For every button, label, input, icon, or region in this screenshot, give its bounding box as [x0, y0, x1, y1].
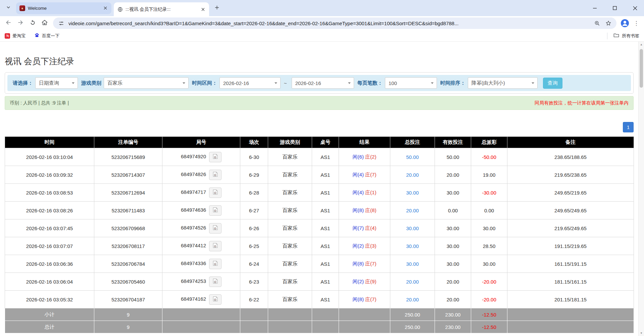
- table-footer-row: 总计 9 250.00 230.00 -12.50: [5, 321, 634, 333]
- round-number: 684974826: [181, 171, 206, 177]
- back-button[interactable]: [3, 17, 14, 29]
- forward-button[interactable]: [15, 17, 26, 29]
- page-size-value: 100: [389, 80, 397, 86]
- result-banker: 庄(7): [365, 172, 376, 177]
- taobao-icon: 淘: [5, 33, 10, 39]
- round-number: 684974412: [181, 243, 206, 248]
- cell-time: 2026-02-16 03:08:26: [5, 202, 94, 219]
- total-bet-link[interactable]: 30.00: [406, 261, 419, 267]
- bookmark-baidu[interactable]: 百度一下: [34, 33, 59, 39]
- footer-count: 9: [94, 321, 162, 333]
- close-icon[interactable]: [200, 6, 206, 12]
- column-header: 总投注: [390, 137, 435, 148]
- new-tab-button[interactable]: [212, 3, 222, 13]
- column-header: 备注: [507, 137, 634, 148]
- total-bet-link[interactable]: 30.00: [406, 190, 419, 196]
- column-header: 桌号: [312, 137, 339, 148]
- cell-session: 6-30: [240, 148, 268, 166]
- browser-tab-strip: ♠ Welcome :::视讯 会员下注纪录:::: [0, 0, 644, 16]
- cell-valid-bet: 20.00: [435, 291, 471, 308]
- vertical-scrollbar[interactable]: ▲ ▼: [638, 42, 644, 336]
- cell-time: 2026-02-16 03:07:07: [5, 237, 94, 255]
- total-bet-link[interactable]: 20.00: [406, 279, 419, 285]
- scroll-down-icon[interactable]: ▼: [639, 332, 644, 335]
- cell-table-no: AS1: [312, 273, 339, 291]
- tab-welcome[interactable]: ♠ Welcome: [16, 2, 111, 14]
- video-replay-button[interactable]: [209, 170, 221, 180]
- kebab-menu-icon[interactable]: ⋮: [631, 17, 641, 29]
- query-mode-select[interactable]: 日期查询: [35, 77, 78, 89]
- film-icon: [212, 171, 219, 178]
- total-bet-link[interactable]: 20.00: [406, 172, 419, 178]
- chevron-down-icon: [6, 5, 11, 11]
- cell-valid-bet: 30.00: [435, 219, 471, 237]
- tab-bet-records[interactable]: :::视讯 会员下注纪录:::: [114, 2, 209, 16]
- scrollbar-thumb[interactable]: [640, 49, 643, 88]
- cell-remark: 161.15/191.15: [507, 255, 634, 273]
- video-replay-button[interactable]: [209, 294, 221, 305]
- video-replay-button[interactable]: [209, 152, 221, 162]
- video-replay-button[interactable]: [209, 223, 221, 234]
- cell-session: 6-29: [240, 166, 268, 184]
- cell-payout: -50.00: [471, 148, 507, 166]
- close-window-button[interactable]: [631, 4, 639, 12]
- cell-session: 6-25: [240, 237, 268, 255]
- video-replay-button[interactable]: [209, 187, 221, 198]
- minimize-button[interactable]: [590, 4, 599, 12]
- cell-bet-id: 523206705460: [94, 273, 162, 291]
- cell-table-no: AS1: [312, 148, 339, 166]
- close-icon[interactable]: [102, 5, 108, 11]
- total-bet-link[interactable]: 30.00: [406, 225, 419, 231]
- page-title: 视讯 会员下注纪录: [5, 56, 634, 67]
- total-bet-link[interactable]: 20.00: [406, 208, 419, 213]
- cell-round: 684974636: [162, 202, 240, 219]
- total-bet-link[interactable]: 20.00: [406, 297, 419, 302]
- game-category-select[interactable]: 百家乐: [104, 77, 189, 89]
- result-player: 闲(8): [353, 296, 364, 302]
- zoom-icon[interactable]: [593, 19, 601, 27]
- home-button[interactable]: [39, 17, 50, 29]
- result-banker: 庄(4): [365, 225, 376, 231]
- cell-total-bet: 30.00: [390, 237, 435, 255]
- bookmark-aitaobao[interactable]: 淘 爱淘宝: [5, 33, 26, 39]
- url-text[interactable]: videoie.com/game/betrecord_search/kind3?…: [68, 20, 590, 26]
- sort-select[interactable]: 降幂(由大到小): [468, 77, 538, 89]
- page-1-button[interactable]: 1: [623, 122, 634, 132]
- cell-bet-id: 523206704187: [94, 291, 162, 308]
- cell-result: 闲(8) 庄(7): [339, 291, 390, 308]
- video-replay-button[interactable]: [209, 241, 221, 251]
- total-bet-link[interactable]: 50.00: [406, 154, 419, 160]
- video-replay-button[interactable]: [209, 259, 221, 269]
- all-bookmarks[interactable]: 所有书签: [607, 33, 639, 39]
- video-replay-button[interactable]: [209, 277, 221, 287]
- cell-bet-id: 523206711483: [94, 202, 162, 219]
- maximize-button[interactable]: [610, 4, 619, 12]
- footer-total-bet: 250.00: [390, 321, 435, 333]
- column-header: 总派彩: [471, 137, 507, 148]
- date-start-select[interactable]: 2026-02-16: [219, 77, 281, 89]
- date-end-select[interactable]: 2026-02-16: [292, 77, 354, 89]
- result-player: 闲(2): [353, 243, 364, 249]
- cell-game-category: 百家乐: [268, 184, 312, 202]
- reload-button[interactable]: [27, 17, 38, 29]
- page-size-select[interactable]: 100: [385, 77, 437, 89]
- url-bar[interactable]: videoie.com/game/betrecord_search/kind3?…: [53, 17, 616, 29]
- cell-valid-bet: 50.00: [435, 148, 471, 166]
- total-bet-link[interactable]: 30.00: [406, 243, 419, 249]
- result-banker: 庄(8): [365, 207, 376, 213]
- tab-search-button[interactable]: [3, 3, 13, 13]
- star-icon[interactable]: [604, 19, 612, 27]
- site-info-icon[interactable]: [57, 19, 65, 27]
- cell-game-category: 百家乐: [268, 202, 312, 219]
- cell-total-bet: 20.00: [390, 291, 435, 308]
- scroll-up-icon[interactable]: ▲: [639, 43, 644, 46]
- search-button[interactable]: 查询: [543, 78, 562, 89]
- cell-bet-id: 523206708117: [94, 237, 162, 255]
- bet-records-table: 时间注单编号局号场次游戏类别桌号结果总投注有效投注总派彩备注 2026-02-1…: [5, 136, 634, 333]
- video-replay-button[interactable]: [209, 205, 221, 216]
- game-category-label: 游戏类别: [81, 80, 101, 86]
- cell-bet-id: 523206714307: [94, 166, 162, 184]
- profile-avatar[interactable]: [619, 17, 631, 29]
- cell-total-bet: 20.00: [390, 166, 435, 184]
- table-header-row: 时间注单编号局号场次游戏类别桌号结果总投注有效投注总派彩备注: [5, 137, 634, 148]
